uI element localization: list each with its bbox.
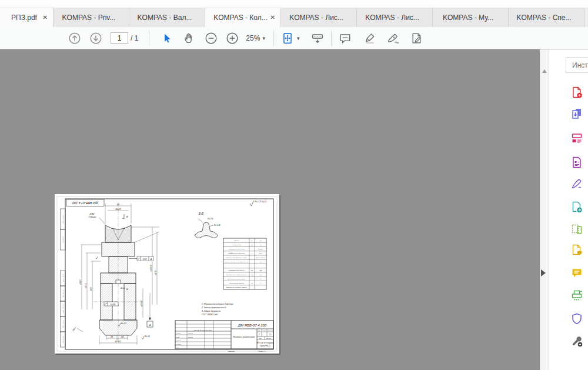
zoom-caret-icon[interactable]: ▾ xyxy=(262,35,265,41)
svg-text:Лит.: Лит. xyxy=(258,330,260,331)
fountain-pen-icon xyxy=(387,32,400,45)
arrow-down-circle-icon xyxy=(89,32,102,45)
tab-kompas-priv[interactable]: KOMPAS - Priv... xyxy=(54,8,129,27)
send-file-button[interactable] xyxy=(570,200,584,214)
page-number-input[interactable] xyxy=(111,32,128,44)
svg-text:Ra 12,5 (√): Ra 12,5 (√) xyxy=(255,200,267,203)
fit-caret-icon[interactable]: ▾ xyxy=(297,35,300,41)
svg-text:30: 30 xyxy=(117,203,120,206)
tools-search-input[interactable] xyxy=(566,57,588,73)
tab-label: KOMPAS - Priv... xyxy=(62,14,116,22)
svg-text:28±0,1: 28±0,1 xyxy=(115,208,121,211)
next-page-button[interactable] xyxy=(87,29,105,47)
svg-text:А: А xyxy=(149,324,151,326)
comment-tool-button[interactable] xyxy=(336,29,354,47)
svg-text:0,02: 0,02 xyxy=(143,258,147,261)
zoom-out-button[interactable] xyxy=(202,29,220,47)
svg-text:Иванов: Иванов xyxy=(188,333,193,334)
svg-text:У: У xyxy=(259,334,260,336)
export-pdf-button[interactable] xyxy=(570,106,584,121)
svg-text:∅132: ∅132 xyxy=(85,284,87,289)
comment-button[interactable] xyxy=(570,266,584,280)
svg-text:80 h11: 80 h11 xyxy=(115,341,122,343)
zoom-level-label[interactable]: 25% xyxy=(246,34,260,42)
fit-page-icon xyxy=(281,32,294,45)
edit-pdf-button-panel[interactable] xyxy=(570,155,584,169)
previous-page-button[interactable] xyxy=(66,29,83,47)
svg-text:3. Общие допуски по: 3. Общие допуски по xyxy=(202,310,220,312)
highlight-tool-button[interactable] xyxy=(361,29,379,47)
svg-text:Петров: Петров xyxy=(188,336,193,338)
title-block: ДМ ЯВВ-07.4.100 Колесо червячное Изм. Ли… xyxy=(175,321,274,352)
tab-close-icon[interactable]: ✕ xyxy=(270,15,275,21)
page-edit-icon xyxy=(410,32,424,45)
fit-page-button[interactable] xyxy=(279,29,296,47)
svg-text:Изм. Лист № докум. Подп. Да: Изм. Лист № докум. Подп. Дата xyxy=(194,329,212,331)
tab-close-icon[interactable]: ✕ xyxy=(43,15,48,21)
panel-expand-icon[interactable] xyxy=(541,269,546,276)
roughness-general-mark: Ra 12,5 (√) xyxy=(250,200,267,206)
tab-kompas-kol[interactable]: KOMPAS - Кол... ✕ xyxy=(205,8,281,27)
hand-tool-button[interactable] xyxy=(180,29,198,47)
svg-text:1:1: 1:1 xyxy=(269,334,272,336)
crop-pages-icon xyxy=(570,222,583,235)
select-tool-button[interactable] xyxy=(158,29,175,47)
parameter-table: Модульm4,5Число зубьевz240Направление ли… xyxy=(223,238,266,289)
svg-text:Б-Б: Б-Б xyxy=(199,212,204,215)
hide-toolbar-button[interactable] xyxy=(309,29,326,47)
svg-text:Направление линии зуба: Направление линии зуба xyxy=(228,248,245,250)
tab-rpz-pdf[interactable]: РПЗ.pdf ✕ xyxy=(0,8,54,27)
svg-text:Б: Б xyxy=(126,215,128,218)
svg-text:∅60,1: ∅60,1 xyxy=(72,326,77,332)
tab-kompas-mu[interactable]: KOMPAS - Му... xyxy=(433,8,509,27)
svg-text:2. Уклоны формовочные 5°.: 2. Уклоны формовочные 5°. xyxy=(201,306,227,309)
speech-bubble-icon xyxy=(339,32,352,45)
toolbar-divider xyxy=(273,31,274,46)
svg-text:ZI: ZI xyxy=(259,278,261,280)
tab-kompas-val[interactable]: KOMPAS - Вал... xyxy=(129,8,205,27)
edit-pdf-button[interactable] xyxy=(408,29,426,47)
create-pdf-button[interactable] xyxy=(570,85,584,99)
scan-ocr-button[interactable] xyxy=(570,288,584,302)
svg-text:∅170: ∅170 xyxy=(155,271,157,276)
svg-text:Коэффициент смещения: Коэффициент смещения xyxy=(228,252,245,254)
tab-kompas-lis-2[interactable]: KOMPAS - Лис... xyxy=(357,8,433,27)
tab-kompas-spe[interactable]: KOMPAS - Спе... xyxy=(509,8,584,27)
svg-text:Масштаб: Масштаб xyxy=(268,330,273,331)
svg-text:Вид сопряжённого червяка: Вид сопряжённого червяка xyxy=(228,278,246,280)
fill-sign-button-panel[interactable] xyxy=(570,176,584,191)
svg-text:Ra 1,25: Ra 1,25 xyxy=(214,224,220,226)
page-total-label: / 1 xyxy=(131,34,138,42)
svg-text:0,167: 0,167 xyxy=(259,252,263,254)
document-canvas[interactable]: Перв. примен.Справ. №Подп. и датаИнв. № … xyxy=(0,49,540,370)
tab-kompas-lis-1[interactable]: KOMPAS - Лис... xyxy=(281,8,357,27)
svg-text:Степень точности по ГОСТ 3675-: Степень точности по ГОСТ 3675-81 xyxy=(224,261,249,263)
svg-text:∅200,6: ∅200,6 xyxy=(150,265,152,272)
tools-panel xyxy=(549,49,588,370)
crop-pages-button[interactable] xyxy=(570,222,584,236)
zoom-in-button[interactable] xyxy=(223,29,241,47)
organize-pages-icon xyxy=(570,132,583,145)
svg-text:Модуль: Модуль xyxy=(234,240,239,242)
fill-sign-button[interactable] xyxy=(385,29,402,47)
organize-pages-button[interactable] xyxy=(570,131,584,145)
svg-text:Число витков червяка: Число витков червяка xyxy=(229,282,244,284)
review-icon xyxy=(570,244,583,256)
scroll-up-icon[interactable] xyxy=(542,69,547,73)
highlighter-icon xyxy=(363,32,376,45)
review-button[interactable] xyxy=(570,243,584,257)
svg-text:1. Неуказанные радиусы 3 мм ma: 1. Неуказанные радиусы 3 мм max. xyxy=(202,303,233,305)
svg-text:Межосевое расстояние: Межосевое расстояние xyxy=(229,269,245,271)
svg-text:0,016: 0,016 xyxy=(111,304,116,306)
fill-sign-icon xyxy=(570,177,583,190)
protect-button[interactable] xyxy=(570,312,584,326)
more-tools-button[interactable] xyxy=(570,334,584,348)
technical-notes: 1. Неуказанные радиусы 3 мм max. 2. Укло… xyxy=(201,303,233,316)
svg-text:Подп. и дата: Подп. и дата xyxy=(62,320,64,328)
svg-text:m: m xyxy=(252,240,253,242)
vertical-scrollbar[interactable] xyxy=(540,49,549,370)
svg-text:160: 160 xyxy=(259,269,262,271)
svg-text:Лист: Лист xyxy=(259,338,262,339)
pdf-page[interactable]: Перв. примен.Справ. №Подп. и датаИнв. № … xyxy=(55,194,279,354)
svg-text:Подп. и дата: Подп. и дата xyxy=(62,274,64,282)
